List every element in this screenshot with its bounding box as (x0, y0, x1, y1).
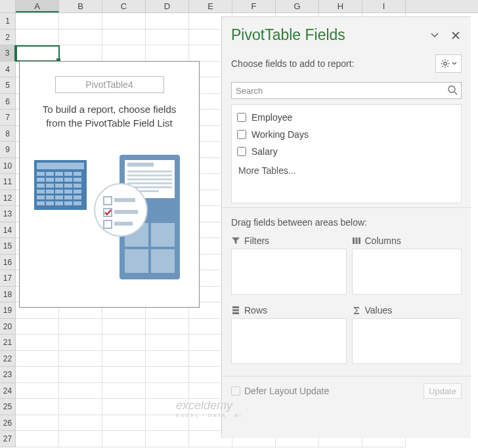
svg-rect-26 (74, 195, 81, 199)
svg-rect-16 (74, 184, 81, 188)
field-checkbox[interactable] (237, 147, 246, 156)
column-headers: ABCDEFGHI (0, 0, 478, 13)
svg-rect-9 (55, 178, 63, 182)
field-item-employee[interactable]: Employee (237, 109, 456, 126)
row-header-20[interactable]: 20 (0, 319, 16, 335)
pivottable-hint: To build a report, choose fields from th… (20, 102, 199, 130)
row-header-19[interactable]: 19 (0, 302, 16, 319)
row-header-3[interactable]: 3 (0, 45, 16, 62)
row-header-25[interactable]: 25 (0, 399, 16, 415)
row-header-5[interactable]: 5 (0, 77, 16, 94)
svg-rect-34 (127, 163, 154, 167)
column-header-A[interactable]: A (16, 0, 59, 12)
field-item-salary[interactable]: Salary (237, 143, 456, 160)
field-checkbox[interactable] (237, 130, 246, 139)
rows-dropzone[interactable] (231, 318, 347, 364)
svg-line-62 (454, 92, 457, 94)
svg-rect-2 (37, 172, 45, 176)
pivottable-fields-pane: PivotTable Fields Choose fields to add t… (221, 16, 471, 438)
column-header-I[interactable]: I (362, 0, 406, 12)
row-headers: 1234567891011121314151617181920212223242… (0, 13, 16, 447)
row-header-24[interactable]: 24 (0, 383, 16, 399)
row-header-16[interactable]: 16 (0, 255, 16, 271)
svg-rect-14 (55, 184, 63, 188)
svg-rect-67 (232, 310, 239, 312)
svg-rect-36 (127, 174, 172, 176)
update-button[interactable]: Update (424, 383, 462, 399)
row-header-1[interactable]: 1 (0, 13, 16, 30)
close-icon[interactable] (450, 30, 462, 41)
defer-layout-checkbox[interactable]: Defer Layout Update (231, 386, 424, 396)
row-header-22[interactable]: 22 (0, 351, 16, 367)
svg-rect-28 (46, 201, 54, 205)
gear-icon (440, 58, 450, 69)
row-header-2[interactable]: 2 (0, 30, 16, 46)
svg-rect-22 (37, 195, 45, 199)
column-header-B[interactable]: B (59, 0, 102, 12)
pane-menu-button[interactable] (429, 30, 441, 41)
filter-icon (231, 236, 240, 245)
svg-rect-35 (127, 171, 172, 173)
row-header-15[interactable]: 15 (0, 238, 16, 255)
svg-rect-51 (114, 222, 133, 226)
svg-point-52 (444, 62, 446, 65)
svg-rect-37 (127, 178, 172, 180)
row-header-7[interactable]: 7 (0, 110, 16, 126)
svg-rect-66 (232, 306, 239, 308)
sigma-icon (352, 306, 361, 315)
rows-icon (231, 306, 240, 315)
row-header-10[interactable]: 10 (0, 158, 16, 174)
svg-rect-20 (64, 190, 72, 193)
svg-rect-27 (37, 201, 45, 205)
field-item-working-days[interactable]: Working Days (237, 126, 456, 143)
row-header-26[interactable]: 26 (0, 415, 16, 432)
svg-line-57 (442, 60, 443, 61)
filters-area: Filters (231, 233, 347, 302)
row-header-6[interactable]: 6 (0, 94, 16, 110)
row-header-18[interactable]: 18 (0, 287, 16, 303)
column-header-F[interactable]: F (232, 0, 276, 12)
row-header-13[interactable]: 13 (0, 206, 16, 222)
svg-rect-64 (355, 237, 357, 244)
svg-rect-4 (55, 172, 63, 176)
column-header-G[interactable]: G (276, 0, 319, 12)
pane-subtitle: Choose fields to add to report: (231, 58, 435, 69)
row-header-21[interactable]: 21 (0, 335, 16, 351)
row-header-4[interactable]: 4 (0, 62, 16, 78)
row-header-12[interactable]: 12 (0, 190, 16, 207)
columns-dropzone[interactable] (352, 249, 462, 295)
column-header-H[interactable]: H (319, 0, 362, 12)
field-list: Employee Working Days Salary More Tables… (231, 104, 462, 203)
svg-rect-30 (64, 201, 72, 205)
column-header-E[interactable]: E (189, 0, 232, 12)
svg-rect-12 (37, 184, 45, 188)
search-input[interactable] (231, 82, 462, 99)
rows-area: Rows (231, 302, 347, 372)
row-header-11[interactable]: 11 (0, 174, 16, 190)
svg-rect-7 (37, 178, 45, 182)
pane-title: PivotTable Fields (231, 26, 420, 44)
svg-rect-65 (358, 237, 360, 244)
columns-area: Columns (347, 233, 462, 302)
svg-rect-17 (37, 190, 45, 193)
row-header-14[interactable]: 14 (0, 222, 16, 239)
row-header-23[interactable]: 23 (0, 367, 16, 383)
column-header-C[interactable]: C (102, 0, 146, 12)
filters-dropzone[interactable] (231, 249, 347, 295)
areas-header: Drag fields between areas below: (222, 207, 471, 233)
svg-rect-8 (46, 178, 54, 182)
row-header-17[interactable]: 17 (0, 270, 16, 287)
tools-dropdown-button[interactable] (435, 54, 462, 73)
more-tables-link[interactable]: More Tables... (237, 160, 456, 181)
field-checkbox[interactable] (237, 113, 246, 122)
column-header-D[interactable]: D (146, 0, 189, 12)
row-header-8[interactable]: 8 (0, 126, 16, 142)
svg-rect-19 (55, 190, 63, 193)
svg-rect-43 (125, 249, 148, 273)
chevron-down-icon (452, 62, 457, 66)
row-header-9[interactable]: 9 (0, 142, 16, 158)
row-header-27[interactable]: 27 (0, 431, 16, 447)
svg-line-59 (447, 60, 448, 61)
select-all-corner[interactable] (0, 0, 16, 12)
values-dropzone[interactable] (352, 318, 462, 364)
